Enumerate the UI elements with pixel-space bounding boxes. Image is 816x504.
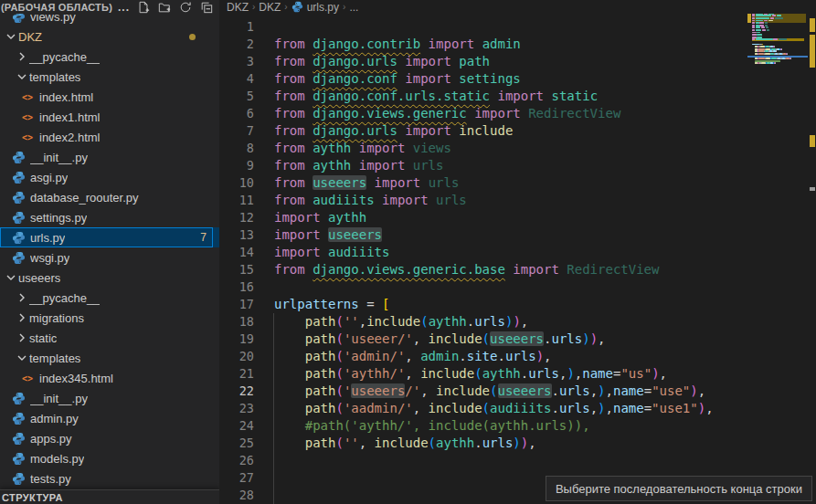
chevron-right-icon: [15, 331, 29, 345]
code-line-12[interactable]: 12import aythh: [219, 209, 816, 226]
tree-item-label: templates: [29, 352, 80, 365]
tree-folder-templates[interactable]: templates: [0, 67, 219, 87]
python-icon: [11, 250, 26, 265]
code-line-25[interactable]: 25 path('', include(aythh.urls)),: [219, 435, 816, 452]
line-number: 24: [219, 417, 254, 435]
code-line-26[interactable]: 26: [219, 452, 816, 469]
ruler-cursor-mark: [810, 187, 815, 191]
breadcrumb-item-urls.py[interactable]: urls.py: [291, 1, 339, 14]
breadcrumb: DKZ›DKZ›urls.py›...: [219, 0, 816, 14]
tree-file-apps.py[interactable]: apps.py: [0, 428, 219, 448]
code-line-11[interactable]: 11from audiiits import urls: [219, 192, 816, 209]
vscode-window: views.pyDKZ__pycache__templates<>index.h…: [0, 0, 816, 504]
line-number: 23: [219, 400, 254, 417]
code-line-10[interactable]: 10from useeers import urls: [219, 174, 816, 192]
tree-folder-useeers[interactable]: useeers: [0, 268, 219, 288]
tree-file-models.py[interactable]: models.py: [0, 448, 219, 468]
code-line-21[interactable]: 21 path('aythh/', include(aythh.urls,),n…: [219, 365, 816, 383]
code-line-7[interactable]: 7from django.urls import include: [219, 122, 816, 140]
line-number: 18: [219, 313, 254, 331]
code-line-24[interactable]: 24 #path('aythh/', include(aythh.urls)),: [219, 417, 816, 435]
new-file-icon[interactable]: [136, 1, 151, 14]
code-line-17[interactable]: 17urlpatterns = [: [219, 296, 816, 313]
tree-folder-__pycache__[interactable]: __pycache__: [0, 47, 219, 67]
tree-folder-migrations[interactable]: migrations: [0, 308, 219, 328]
tree-folder-templates[interactable]: templates: [0, 348, 219, 368]
code-line-23[interactable]: 23 path('aadmin/', include(audiiits.urls…: [219, 400, 816, 417]
chevron-right-icon: [15, 310, 29, 325]
explorer-actions: ...: [118, 1, 214, 14]
tree-file-index.html[interactable]: <>index.html: [0, 87, 219, 107]
line-number: 2: [219, 36, 254, 53]
python-icon: [11, 230, 26, 245]
breadcrumb-separator: ›: [284, 2, 287, 12]
tree-item-label: wsgi.py: [30, 251, 69, 265]
problems-badge: 7: [200, 231, 207, 244]
tree-file-__init__.py[interactable]: __init__.py: [0, 388, 219, 408]
minimap[interactable]: [747, 5, 808, 79]
tree-file-urls.py[interactable]: urls.py7: [0, 227, 219, 247]
tree-file-admin.py[interactable]: admin.py: [0, 408, 219, 428]
tree-file-index345.html[interactable]: <>index345.html: [0, 368, 219, 388]
line-number: 28: [219, 487, 254, 504]
outline-section-header[interactable]: СТРУКТУРА: [0, 489, 219, 504]
python-icon: [11, 451, 26, 466]
tree-file-index1.html[interactable]: <>index1.html: [0, 107, 219, 127]
code-line-15[interactable]: 15from django.views.generic.base import …: [219, 261, 816, 278]
code-line-1[interactable]: 1: [219, 18, 816, 36]
code-line-9[interactable]: 9from aythh import urls: [219, 157, 816, 174]
line-number: 6: [219, 105, 254, 122]
line-number: 26: [219, 452, 254, 469]
tree-folder-__pycache__[interactable]: __pycache__: [0, 288, 219, 308]
tree-item-label: models.py: [30, 452, 84, 466]
statusbar-tooltip: Выберите последовательность конца строки: [546, 476, 812, 501]
code-line-20[interactable]: 20 path('admin/', admin.site.urls),: [219, 348, 816, 365]
code-line-13[interactable]: 13import useeers: [219, 226, 816, 244]
line-number: 9: [219, 157, 254, 174]
code-line-6[interactable]: 6from django.views.generic import Redire…: [219, 105, 816, 122]
tree-item-label: apps.py: [30, 432, 72, 446]
code-line-16[interactable]: 16: [219, 278, 816, 296]
chevron-down-icon: [4, 270, 18, 285]
code-line-4[interactable]: 4from django.conf import settings: [219, 70, 816, 88]
line-number: 22: [219, 383, 254, 400]
code-line-3[interactable]: 3from django.urls import path: [219, 53, 816, 70]
tree-file-index2.html[interactable]: <>index2.html: [0, 127, 219, 147]
tree-item-label: index1.html: [39, 110, 100, 124]
line-number: 25: [219, 435, 254, 452]
code-line-8[interactable]: 8from aythh import views: [219, 140, 816, 157]
code-line-2[interactable]: 2from django.contrib import admin: [219, 36, 816, 53]
tree-item-label: index2.html: [39, 131, 100, 144]
refresh-explorer-icon[interactable]: [178, 1, 193, 14]
tree-file-settings.py[interactable]: settings.py: [0, 207, 219, 227]
collapse-folders-icon[interactable]: [199, 1, 214, 14]
more-actions-button[interactable]: ...: [118, 1, 130, 14]
tree-item-label: __pycache__: [29, 50, 100, 64]
code-line-5[interactable]: 5from django.conf.urls.static import sta…: [219, 88, 816, 105]
breadcrumb-item-DKZ[interactable]: DKZ: [227, 1, 249, 14]
line-number: 16: [219, 278, 254, 296]
code-line-22[interactable]: 22 path('useeers/', include(useeers.urls…: [219, 383, 816, 400]
tree-item-label: migrations: [29, 311, 84, 325]
line-number: 11: [219, 192, 254, 209]
breadcrumb-item-DKZ[interactable]: DKZ: [259, 1, 281, 14]
new-folder-icon[interactable]: [157, 1, 172, 14]
tree-folder-DKZ[interactable]: DKZ: [0, 26, 219, 47]
chevron-right-icon: [15, 49, 29, 64]
tree-folder-static[interactable]: static: [0, 328, 219, 348]
code-line-18[interactable]: 18 path('',include(aythh.urls)),: [219, 313, 816, 331]
code-line-14[interactable]: 14import audiiits: [219, 244, 816, 261]
python-icon: [11, 170, 26, 184]
tree-file-wsgi.py[interactable]: wsgi.py: [0, 247, 219, 268]
editor-pane: DKZ›DKZ›urls.py›... 12from django.contri…: [219, 0, 816, 504]
tree-file-tests.py[interactable]: tests.py: [0, 468, 219, 488]
code-area[interactable]: 12from django.contrib import admin3from …: [219, 18, 816, 504]
breadcrumb-item-...[interactable]: ...: [349, 1, 358, 14]
code-line-19[interactable]: 19 path('useeer/', include(useeers.urls)…: [219, 331, 816, 348]
tree-file-__init__.py[interactable]: __init__.py: [0, 147, 219, 167]
line-number: 10: [219, 174, 254, 192]
chevron-down-icon: [15, 351, 29, 365]
tree-file-asgi.py[interactable]: asgi.py: [0, 167, 219, 187]
line-number: 17: [219, 296, 254, 313]
tree-file-database_roouter.py[interactable]: database_roouter.py: [0, 187, 219, 207]
